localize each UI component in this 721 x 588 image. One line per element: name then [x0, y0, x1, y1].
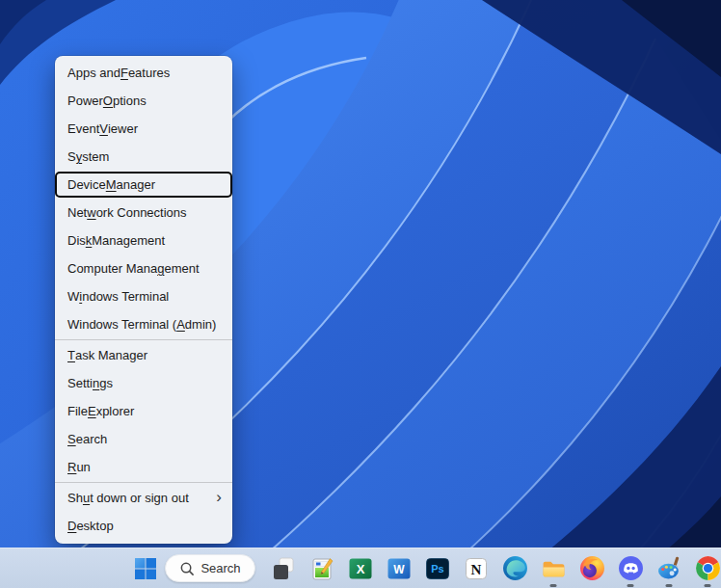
taskbar-search[interactable]: Search [165, 554, 255, 582]
running-indicator [550, 584, 557, 587]
menu-separator [55, 482, 232, 483]
taskbar-icon-paint[interactable] [655, 548, 682, 588]
menu-item-network-connections[interactable]: Network Connections [55, 199, 232, 227]
svg-text:X: X [357, 561, 365, 575]
menu-item-search[interactable]: Search [55, 425, 232, 453]
firefox-icon [579, 555, 605, 581]
edge-icon [502, 555, 528, 581]
menu-item-computer-management[interactable]: Computer Management [55, 254, 232, 282]
taskbar-icon-word[interactable]: W [386, 548, 413, 588]
chrome-icon [695, 555, 721, 581]
desktop: Apps and Features Power Options Event Vi… [0, 0, 721, 588]
submenu-arrow-icon: › [216, 489, 222, 507]
menu-item-apps-and-features[interactable]: Apps and Features [55, 59, 232, 87]
menu-item-system[interactable]: System [55, 143, 232, 171]
menu-item-device-manager[interactable]: Device Manager [55, 171, 232, 199]
menu-item-shut-down-or-sign-out[interactable]: Shut down or sign out› [55, 484, 232, 512]
svg-text:Ps: Ps [431, 563, 443, 575]
menu-item-file-explorer[interactable]: File Explorer [55, 397, 232, 425]
taskbar-icon-photoshop[interactable]: Ps [424, 548, 451, 588]
task-view-icon [271, 556, 296, 581]
svg-text:N: N [471, 561, 482, 576]
word-icon: W [387, 556, 412, 581]
taskbar-icon-cluster: Search [131, 548, 721, 588]
notion-icon: N [464, 556, 489, 581]
menu-item-task-manager[interactable]: Task Manager [55, 341, 232, 369]
menu-item-windows-terminal[interactable]: Windows Terminal [55, 282, 232, 310]
discord-icon [618, 555, 644, 581]
taskbar-icon-notes-app[interactable] [308, 548, 335, 588]
taskbar-icon-notion[interactable]: N [463, 548, 490, 588]
file-explorer-icon [541, 555, 567, 581]
taskbar-icon-file-explorer[interactable] [540, 548, 567, 588]
taskbar-icon-chrome[interactable] [694, 548, 721, 588]
search-label: Search [200, 561, 240, 575]
running-indicator [705, 584, 711, 587]
taskbar: Search [0, 548, 721, 588]
running-indicator [628, 584, 634, 587]
excel-icon: X [348, 556, 373, 581]
taskbar-icon-discord[interactable] [617, 548, 644, 588]
menu-item-power-options[interactable]: Power Options [55, 87, 232, 115]
menu-item-run[interactable]: Run [55, 453, 232, 481]
menu-item-disk-management[interactable]: Disk Management [55, 227, 232, 254]
search-icon [179, 561, 195, 576]
menu-item-desktop[interactable]: Desktop [55, 512, 232, 540]
start-button[interactable] [131, 554, 160, 583]
photoshop-icon: Ps [425, 556, 450, 581]
menu-item-settings[interactable]: Settings [55, 369, 232, 397]
menu-item-event-viewer[interactable]: Event Viewer [55, 115, 232, 143]
notes-app-icon [309, 556, 334, 581]
taskbar-icon-task-view[interactable] [270, 548, 297, 588]
menu-item-windows-terminal-admin[interactable]: Windows Terminal (Admin) [55, 310, 232, 338]
menu-separator [55, 339, 232, 340]
taskbar-icon-firefox[interactable] [578, 548, 605, 588]
taskbar-icon-edge[interactable] [501, 548, 528, 588]
svg-text:W: W [393, 562, 405, 575]
taskbar-icon-excel[interactable]: X [347, 548, 374, 588]
windows-logo-icon [134, 557, 157, 580]
winx-menu: Apps and Features Power Options Event Vi… [55, 56, 232, 544]
paint-icon [656, 555, 682, 581]
running-indicator [666, 584, 673, 587]
